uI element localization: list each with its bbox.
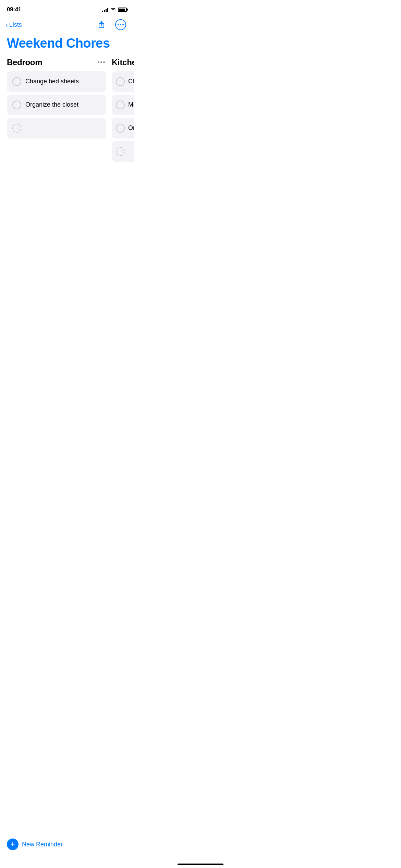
- task-label: Organize the closet: [25, 101, 78, 109]
- task-checkbox[interactable]: [116, 124, 125, 133]
- task-item-new[interactable]: [7, 118, 106, 138]
- page-title: Weekend Chores: [7, 36, 127, 51]
- page-title-area: Weekend Chores: [0, 34, 134, 58]
- share-button[interactable]: [95, 19, 108, 31]
- kitchen-task-item-new[interactable]: [112, 141, 134, 162]
- kitchen-task-item: Mo: [112, 95, 134, 115]
- task-checkbox[interactable]: [12, 77, 21, 86]
- kitchen-task-item: Cle: [112, 71, 134, 92]
- task-checkbox[interactable]: [116, 77, 125, 86]
- battery-icon: [118, 8, 127, 12]
- task-checkbox[interactable]: [12, 100, 21, 109]
- task-label: Change bed sheets: [25, 77, 79, 85]
- wifi-icon: [110, 8, 116, 12]
- more-button[interactable]: [114, 19, 127, 31]
- task-label: Org: [128, 124, 134, 132]
- bedroom-more-button[interactable]: [96, 60, 106, 64]
- back-chevron-icon: ‹: [5, 21, 8, 28]
- task-checkbox-dashed: [12, 124, 21, 133]
- bedroom-column-header: Bedroom: [7, 58, 106, 67]
- signal-icon: [102, 8, 108, 12]
- task-item: Organize the closet: [7, 95, 106, 115]
- status-icons: [102, 8, 127, 12]
- kitchen-column-header: Kitche: [112, 58, 134, 67]
- nav-actions: [95, 19, 127, 31]
- back-label: Lists: [9, 21, 22, 28]
- bedroom-column: Bedroom Change bed sheets Organize the c…: [7, 58, 106, 165]
- status-bar: 09:41: [0, 0, 134, 17]
- task-label: Mo: [128, 101, 134, 109]
- task-checkbox-dashed: [116, 147, 125, 156]
- back-button[interactable]: ‹ Lists: [5, 20, 22, 30]
- share-icon: [97, 21, 106, 29]
- nav-bar: ‹ Lists: [0, 17, 134, 34]
- kitchen-task-item: Org: [112, 118, 134, 138]
- content-area: Bedroom Change bed sheets Organize the c…: [0, 58, 134, 165]
- kitchen-column-title: Kitche: [112, 58, 134, 67]
- task-checkbox[interactable]: [116, 100, 125, 109]
- task-item: Change bed sheets: [7, 71, 106, 92]
- status-time: 09:41: [7, 6, 21, 13]
- task-label: Cle: [128, 77, 134, 85]
- more-icon: [115, 19, 126, 30]
- bedroom-column-title: Bedroom: [7, 58, 42, 67]
- kitchen-column: Kitche Cle Mo Org: [112, 58, 134, 165]
